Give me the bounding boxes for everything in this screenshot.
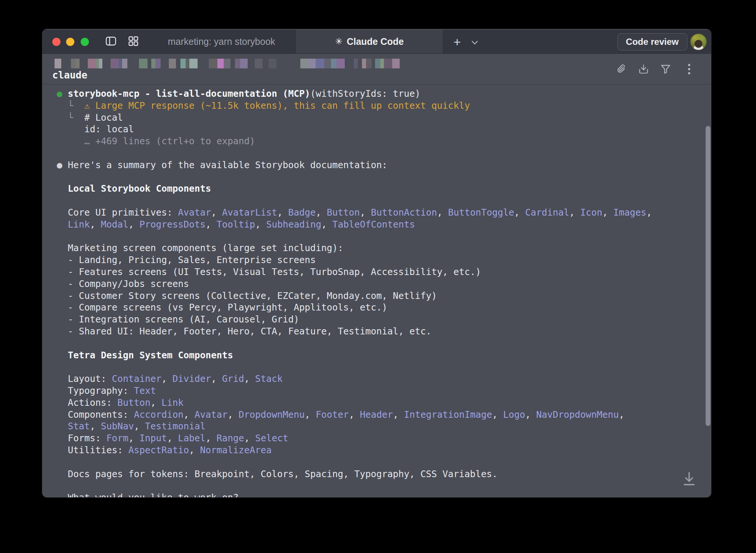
new-tab-button[interactable]: + (453, 35, 461, 48)
text-segment: , (602, 207, 614, 218)
text-segment: Testimonial (145, 421, 205, 432)
text-segment: Stat (68, 421, 90, 432)
terminal-line (57, 231, 693, 242)
text-segment: IntegrationImage (404, 409, 492, 420)
code-review-button[interactable]: Code review (617, 33, 687, 50)
terminal-line: Local Storybook Components (57, 183, 693, 195)
text-segment: id: local (57, 124, 134, 135)
text-segment: Badge (288, 207, 316, 218)
terminal-line: - Customer Story screens (Collective, EZ… (57, 290, 693, 302)
text-segment: Header (360, 409, 393, 420)
text-segment: NormalizeArea (200, 445, 272, 455)
terminal-line: Link, Modal, ProgressDots, Tooltip, Subh… (57, 219, 693, 231)
text-segment: ⚠ Large MCP response (~11.5k tokens), th… (84, 100, 470, 111)
text-segment: Accordion (134, 409, 184, 420)
zoom-window-button[interactable] (81, 38, 89, 46)
text-segment: , (360, 207, 371, 218)
terminal-line: - Company/Jobs screens (57, 278, 693, 290)
redacted-text (55, 59, 400, 68)
text-segment: What would you like to work on? (57, 492, 239, 497)
text-segment: ● (57, 160, 68, 170)
text-segment: , (134, 421, 145, 432)
text-segment: Button (327, 207, 360, 218)
text-segment: ButtonAction (371, 207, 437, 218)
terminal-line (57, 456, 693, 468)
text-segment: , (189, 445, 200, 455)
text-segment: - Features screens (UI Tests, Visual Tes… (57, 266, 481, 277)
terminal-line: Marketing screen components (large set i… (57, 242, 693, 254)
terminal-line: ● storybook-mcp - list-all-documentation… (57, 88, 693, 100)
scrollbar-thumb[interactable] (706, 126, 710, 426)
text-segment: , (167, 433, 178, 444)
text-segment (57, 219, 68, 230)
text-segment: Stack (255, 373, 283, 384)
tab-label: marketing: yarn storybook (168, 36, 275, 47)
text-segment: Select (255, 433, 288, 444)
title-bar: marketing: yarn storybook ✳ Claude Code … (42, 29, 711, 54)
text-segment: TableOfContents (332, 219, 415, 230)
terminal-line: Typography: Text (57, 385, 693, 397)
terminal-line: - Shared UI: Header, Footer, Hero, CTA, … (57, 325, 693, 337)
terminal-line: Core UI primitives: Avatar, AvatarList, … (57, 207, 693, 219)
text-segment (57, 350, 68, 361)
terminal-line (57, 171, 693, 183)
text-segment: Button (117, 397, 151, 408)
text-segment: , (90, 219, 101, 230)
minimize-window-button[interactable] (66, 38, 74, 46)
text-segment: Logo (503, 409, 525, 420)
text-segment: , (514, 207, 525, 218)
text-segment: Subheading (266, 219, 322, 230)
terminal-line: Actions: Button, Link (57, 397, 693, 409)
terminal-line: - Compare screens (vs Percy, Playwright,… (57, 302, 693, 313)
grid-layout-icon[interactable] (128, 36, 138, 47)
text-segment: , (277, 207, 288, 218)
text-segment: Input (139, 433, 167, 444)
tab-marketing-yarn-storybook[interactable]: marketing: yarn storybook (154, 30, 289, 53)
chevron-down-icon[interactable] (471, 40, 478, 46)
text-segment: , (244, 373, 255, 384)
tab-label: Claude Code (347, 36, 404, 47)
terminal-line: Components: Accordion, Avatar, DropdownM… (57, 409, 693, 421)
text-segment: - Integration screens (AI, Carousel, Gri… (57, 314, 299, 325)
text-segment: Actions: (57, 397, 117, 408)
text-segment: Range (217, 433, 244, 444)
download-icon[interactable] (639, 64, 649, 76)
filter-icon[interactable] (660, 64, 671, 76)
terminal-line: - Landing, Pricing, Sales, Enterprise sc… (57, 254, 693, 266)
kebab-menu-icon[interactable] (688, 64, 691, 76)
terminal-line: Stat, SubNav, Testimonial (57, 420, 693, 432)
text-segment: Core UI primitives: (57, 207, 178, 218)
tab-claude-code[interactable]: ✳ Claude Code (295, 30, 443, 53)
text-segment: - Compare screens (vs Percy, Playwright,… (57, 302, 387, 313)
text-segment: Local Storybook Components (68, 183, 211, 194)
text-segment: , (305, 409, 316, 420)
terminal-line: Layout: Container, Divider, Grid, Stack (57, 373, 693, 385)
terminal-line: Forms: Form, Input, Label, Range, Select (57, 432, 693, 444)
user-avatar[interactable] (690, 34, 707, 50)
terminal-window: marketing: yarn storybook ✳ Claude Code … (42, 29, 711, 497)
text-segment: , (647, 207, 652, 218)
attachment-icon[interactable] (617, 64, 627, 76)
terminal-line: └ ⚠ Large MCP response (~11.5k tokens), … (57, 100, 693, 112)
text-segment: Avatar (178, 207, 211, 218)
text-segment: , (128, 433, 140, 444)
text-segment: Components: (57, 409, 134, 420)
text-segment: Divider (173, 373, 211, 384)
text-segment: Forms: (57, 433, 106, 444)
terminal-line (57, 195, 693, 207)
text-segment: Marketing screen components (large set i… (57, 242, 343, 253)
text-segment: Link (68, 219, 90, 230)
sidebar-toggle-icon[interactable] (106, 37, 116, 47)
close-window-button[interactable] (52, 38, 61, 46)
terminal-line (57, 337, 693, 349)
scroll-to-bottom-icon[interactable] (682, 471, 696, 488)
text-segment: Footer (316, 409, 349, 420)
text-segment (57, 421, 68, 432)
text-segment: , (255, 219, 266, 230)
text-segment: , (90, 421, 101, 432)
session-title: claude (52, 69, 87, 81)
text-segment: Tooltip (217, 219, 255, 230)
text-segment: NavDropdownMenu (536, 409, 619, 420)
text-segment: Modal (101, 219, 128, 230)
text-segment: , (151, 397, 162, 408)
